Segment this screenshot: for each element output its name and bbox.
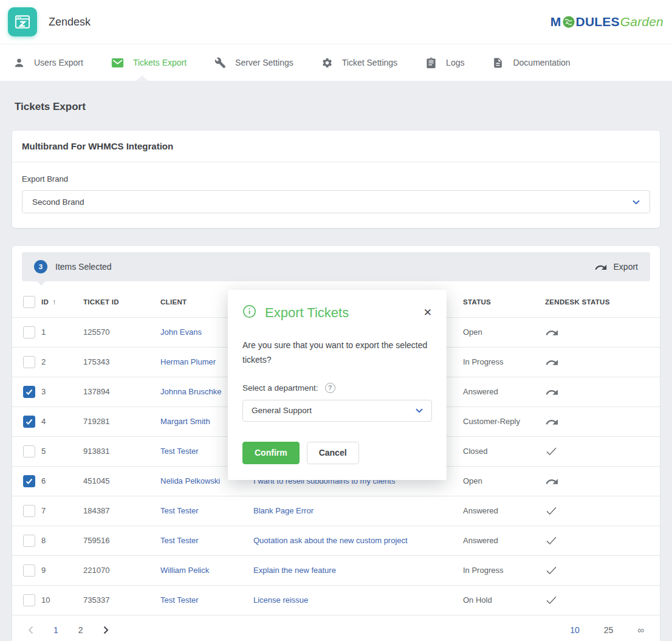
cell-ticket-id: 221070 [83,555,160,585]
user-icon [13,57,25,69]
multibrand-card: Multibrand For WHMCS Integration Export … [12,131,660,228]
check-icon [545,565,558,575]
cell-ticket-id: 913831 [83,436,160,466]
cell-status: Closed [463,436,545,466]
export-brand-select[interactable]: Second Brand [22,190,650,213]
pagination-bar: 1 2 10 25 ∞ [12,615,660,641]
selection-bar: 3 Items Selected Export [22,252,650,281]
tab-server-settings[interactable]: Server Settings [214,57,293,69]
table-row: 10 735337 Test Tester License reissue On… [12,585,660,615]
title-link[interactable]: Blank Page Error [253,506,314,515]
cell-id: 1 [41,317,83,347]
document-icon [492,57,504,69]
title-link[interactable]: License reissue [253,595,308,605]
title-link[interactable]: Explain the new feature [253,566,336,575]
export-button-label: Export [614,262,638,272]
header-zendesk-status[interactable]: ZENDESK STATUS [545,287,660,317]
cell-id: 3 [41,377,83,406]
cell-status: In Progress [463,555,545,585]
tab-label: Users Export [34,58,83,67]
page-number-1[interactable]: 1 [53,625,58,635]
department-value: General Support [252,406,312,415]
check-icon [545,535,558,546]
close-icon[interactable]: ✕ [423,307,432,318]
cell-ticket-id: 137894 [83,377,160,406]
cell-ticket-id: 125570 [83,317,160,347]
row-checkbox[interactable] [23,356,35,368]
tab-ticket-settings[interactable]: Ticket Settings [321,57,397,69]
tab-users-export[interactable]: Users Export [13,57,83,69]
client-link[interactable]: William Pelick [160,566,209,575]
header-ticket-id[interactable]: TICKET ID [83,287,160,317]
row-checkbox[interactable] [23,445,35,458]
redo-icon [545,416,559,427]
page-title: Tickets Export [15,101,672,113]
cancel-button[interactable]: Cancel [307,442,359,464]
tab-tickets-export[interactable]: Tickets Export [111,58,187,68]
export-button[interactable]: Export [594,262,638,272]
client-link[interactable]: Test Tester [160,536,199,545]
title-link[interactable]: Quotation ask about the new custom proje… [253,536,408,545]
cell-ticket-id: 735337 [83,585,160,615]
client-link[interactable]: John Evans [160,327,202,337]
export-brand-label: Export Brand [22,174,650,183]
cell-status: On Hold [463,585,545,615]
cell-status: In Progress [463,347,545,377]
wrench-icon [214,57,226,69]
multibrand-card-title: Multibrand For WHMCS Integration [12,131,660,162]
selection-bar-caret [36,281,46,286]
department-select[interactable]: General Support [242,400,432,422]
cell-status: Customer-Reply [463,406,545,436]
client-link[interactable]: Herman Plumer [160,357,216,366]
info-icon [242,304,256,321]
cell-ticket-id: 719281 [83,406,160,436]
cell-ticket-id: 184387 [83,496,160,526]
client-link[interactable]: Nelida Pelkowski [160,476,220,485]
row-checkbox[interactable] [23,475,35,487]
selected-count-badge: 3 [34,260,47,273]
tab-label: Tickets Export [133,58,187,67]
module-nav: Users Export Tickets Export Server Setti… [0,44,672,81]
page-size-10[interactable]: 10 [570,625,580,635]
row-checkbox[interactable] [23,535,35,547]
check-icon [545,446,558,456]
confirm-button[interactable]: Confirm [242,442,300,464]
client-link[interactable]: Johnna Bruschke [160,387,221,396]
chevron-down-icon [416,406,423,415]
client-link[interactable]: Test Tester [160,447,199,456]
page-number-2[interactable]: 2 [78,625,83,635]
logo-text-garden: Garden [620,15,663,29]
cell-id: 5 [41,436,83,466]
header-id[interactable]: ID↑ [41,287,83,317]
row-checkbox[interactable] [23,564,35,577]
app-title: Zendesk [49,16,91,29]
logo-text-dules: DULES [576,15,620,29]
cell-ticket-id: 451045 [83,466,160,496]
client-link[interactable]: Margart Smith [160,417,210,426]
page-size-all[interactable]: ∞ [637,625,644,635]
tab-logs[interactable]: Logs [425,57,464,69]
row-checkbox[interactable] [23,386,35,398]
pagination-prev-icon[interactable] [28,626,33,634]
row-checkbox[interactable] [23,505,35,517]
row-checkbox[interactable] [23,594,35,606]
cell-status: Answered [463,496,545,526]
redo-icon [545,327,559,337]
client-link[interactable]: Test Tester [160,506,199,515]
modal-message: Are you sure that you want to export the… [242,338,432,368]
cell-status: Open [463,466,545,496]
header-status[interactable]: STATUS [463,287,545,317]
pagination-next-icon[interactable] [103,626,109,634]
check-icon [545,506,558,516]
row-checkbox[interactable] [23,416,35,428]
tab-label: Server Settings [235,58,293,67]
select-all-checkbox[interactable] [23,296,35,308]
page-size-25[interactable]: 25 [604,625,614,635]
row-checkbox[interactable] [23,326,35,338]
tab-documentation[interactable]: Documentation [492,57,570,69]
redo-icon [545,386,559,397]
help-icon[interactable]: ? [325,383,335,393]
client-link[interactable]: Test Tester [160,595,199,605]
tab-label: Ticket Settings [342,58,397,67]
tab-label: Logs [446,58,464,67]
